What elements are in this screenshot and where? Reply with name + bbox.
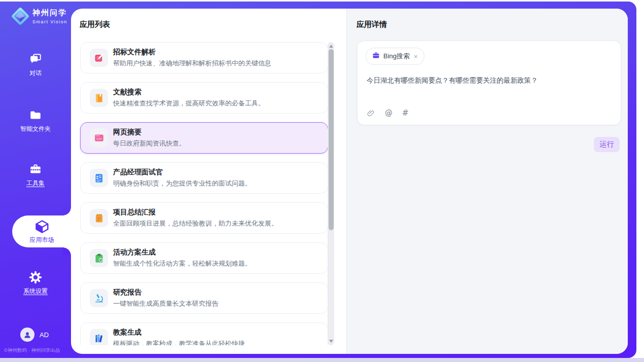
app-card-text: 研究报告一键智能生成高质量长文本研究报告 bbox=[113, 288, 219, 308]
at-icon[interactable]: @ bbox=[385, 108, 392, 118]
prompt-input[interactable]: 今日湖北有哪些新闻要点？有哪些需要关注的最新政策？ bbox=[367, 76, 613, 85]
prompt-card: Bing搜索 × 今日湖北有哪些新闻要点？有哪些需要关注的最新政策？ @# bbox=[357, 41, 621, 125]
app-card-text: 教案生成模板驱动，教案秒成，教学准备从此轻松快捷 bbox=[113, 328, 245, 345]
app-card-text: 产品经理面试官明确身份和职责，为您提供专业性的面试问题。 bbox=[113, 168, 252, 188]
app-description: 全面回顾项目进展，总结经验教训，助力未来优化发展。 bbox=[113, 219, 278, 228]
app-card[interactable]: 产品经理面试官明确身份和职责，为您提供专业性的面试问题。 bbox=[80, 162, 328, 194]
app-card-list: 招标文件解析帮助用户快速、准确地理解和解析招标书中的关键信息文献搜索快速精准查找… bbox=[80, 42, 328, 345]
sidebar-item-chat[interactable]: 对话 bbox=[0, 53, 71, 78]
app-description: 模板驱动，教案秒成，教学准备从此轻松快捷 bbox=[113, 339, 245, 345]
app-description: 一键智能生成高质量长文本研究报告 bbox=[113, 299, 219, 308]
app-name: 活动方案生成 bbox=[113, 248, 252, 257]
scroll-down-arrow-icon[interactable] bbox=[329, 340, 333, 343]
content-panel: 应用列表 招标文件解析帮助用户快速、准确地理解和解析招标书中的关键信息文献搜索快… bbox=[71, 9, 628, 354]
sidebar-item-label: 系统设置 bbox=[23, 287, 48, 296]
app-description: 帮助用户快速、准确地理解和解析招标书中的关键信息 bbox=[113, 59, 271, 68]
interview-doc-icon bbox=[90, 169, 108, 187]
composer-toolbar: @# bbox=[367, 108, 409, 118]
brand-title: 神州问学 bbox=[32, 8, 67, 18]
app-name: 教案生成 bbox=[113, 328, 245, 337]
sidebar-item-label: 应用市场 bbox=[30, 236, 54, 244]
app-card[interactable]: 教案生成模板驱动，教案秒成，教学准备从此轻松快捷 bbox=[80, 322, 328, 345]
app-card[interactable]: 招标文件解析帮助用户快速、准确地理解和解析招标书中的关键信息 bbox=[80, 42, 328, 74]
app-card[interactable]: 活动方案生成智能生成个性化活动方案，轻松解决规划难题。 bbox=[80, 242, 328, 274]
app-name: 文献搜索 bbox=[113, 88, 265, 97]
notepad-icon bbox=[90, 209, 108, 227]
app-card-text: 项目总结汇报全面回顾项目进展，总结经验教训，助力未来优化发展。 bbox=[113, 208, 278, 228]
user-account[interactable]: AD bbox=[20, 328, 49, 342]
clipboard-check-icon bbox=[90, 249, 108, 267]
book-icon bbox=[90, 89, 108, 107]
app-name: 项目总结汇报 bbox=[113, 208, 278, 217]
app-name: 产品经理面试官 bbox=[113, 168, 252, 177]
app-list-title: 应用列表 bbox=[80, 20, 110, 29]
paperclip-icon[interactable] bbox=[367, 109, 375, 118]
sidebar-item-settings[interactable]: 系统设置 bbox=[0, 271, 71, 296]
user-avatar-icon bbox=[20, 328, 34, 342]
app-card[interactable]: 文献搜索快速精准查找学术资源，提高研究效率的必备工具。 bbox=[80, 82, 328, 114]
diamond-logo-icon bbox=[10, 6, 30, 26]
app-list-scroll-area: 招标文件解析帮助用户快速、准确地理解和解析招标书中的关键信息文献搜索快速精准查找… bbox=[71, 42, 346, 345]
bottom-strip bbox=[0, 358, 644, 362]
browser-code-icon: </> bbox=[90, 129, 108, 147]
edit-icon bbox=[90, 49, 108, 67]
app-detail-panel: 应用详情 Bing搜索 × 今日湖北有哪些新闻要点？有哪些需要关注的最新政策？ … bbox=[346, 9, 628, 354]
sidebar-item-label: 智能文件夹 bbox=[20, 125, 51, 133]
brand-subtitle: Smart Vision bbox=[32, 19, 67, 24]
scrollbar-track bbox=[328, 42, 334, 345]
sidebar-item-app-market[interactable]: 应用市场 bbox=[12, 215, 71, 247]
brand-logo: 神州问学 Smart Vision bbox=[10, 6, 67, 26]
scrollbar-thumb[interactable] bbox=[329, 49, 334, 230]
app-description: 快速精准查找学术资源，提高研究效率的必备工具。 bbox=[113, 99, 265, 108]
toolbox-icon bbox=[29, 163, 42, 176]
folder-icon bbox=[29, 108, 42, 122]
briefcase-icon bbox=[372, 52, 380, 61]
app-name: 研究报告 bbox=[113, 288, 219, 297]
gear-icon bbox=[29, 271, 42, 284]
sidebar-item-label: 工具集 bbox=[26, 179, 45, 188]
books-icon bbox=[90, 329, 108, 345]
sidebar-item-toolset[interactable]: 工具集 bbox=[0, 163, 71, 188]
app-detail-title: 应用详情 bbox=[356, 20, 387, 29]
chat-icon bbox=[29, 53, 42, 66]
app-description: 明确身份和职责，为您提供专业性的面试问题。 bbox=[113, 179, 252, 188]
run-button[interactable]: 运行 bbox=[594, 137, 620, 152]
tool-chip-bing-search[interactable]: Bing搜索 × bbox=[366, 48, 424, 65]
app-card-text: 活动方案生成智能生成个性化活动方案，轻松解决规划难题。 bbox=[113, 248, 252, 268]
scroll-up-arrow-icon[interactable] bbox=[329, 45, 333, 48]
app-description: 智能生成个性化活动方案，轻松解决规划难题。 bbox=[113, 259, 252, 268]
sidebar-item-label: 对话 bbox=[29, 69, 42, 78]
app-card[interactable]: 研究报告一键智能生成高质量长文本研究报告 bbox=[80, 282, 328, 314]
app-card-text: 文献搜索快速精准查找学术资源，提高研究效率的必备工具。 bbox=[113, 88, 265, 108]
cube-icon bbox=[34, 219, 50, 234]
app-card-text: 网页摘要每日政府新闻资讯快查。 bbox=[113, 128, 186, 148]
copyright-note: ©神州数码 · 神州问学出品 bbox=[4, 347, 80, 354]
app-card-text: 招标文件解析帮助用户快速、准确地理解和解析招标书中的关键信息 bbox=[113, 48, 271, 68]
tool-chip-label: Bing搜索 bbox=[383, 52, 410, 61]
app-card[interactable]: </>网页摘要每日政府新闻资讯快查。 bbox=[80, 122, 328, 154]
microscope-icon bbox=[90, 289, 108, 307]
hash-icon[interactable]: # bbox=[402, 108, 409, 118]
app-name: 招标文件解析 bbox=[113, 48, 271, 57]
app-name: 网页摘要 bbox=[113, 128, 186, 137]
user-name: AD bbox=[40, 331, 49, 339]
svg-text:</>: </> bbox=[96, 137, 101, 140]
app-card[interactable]: 项目总结汇报全面回顾项目进展，总结经验教训，助力未来优化发展。 bbox=[80, 202, 328, 234]
sidebar: 神州问学 Smart Vision 对话智能文件夹工具集应用市场系统设置 AD … bbox=[0, 0, 71, 358]
app-description: 每日政府新闻资讯快查。 bbox=[113, 139, 186, 148]
chip-close-icon[interactable]: × bbox=[414, 53, 418, 60]
sidebar-item-smart-folders[interactable]: 智能文件夹 bbox=[0, 108, 71, 133]
